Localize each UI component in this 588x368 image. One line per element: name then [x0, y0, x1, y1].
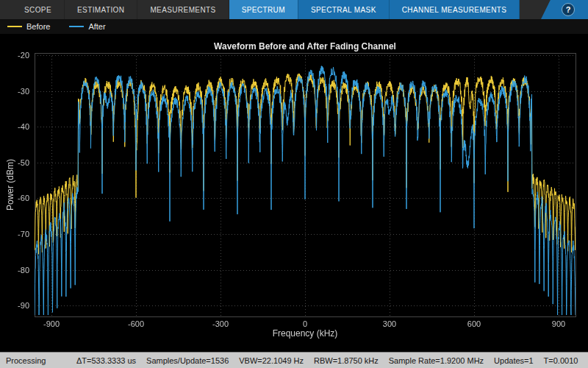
spectrum-plot-canvas[interactable]	[0, 35, 588, 352]
tab-estimation[interactable]: ESTIMATION	[65, 0, 137, 19]
toolstrip: SCOPEESTIMATIONMEASUREMENTSSPECTRUMSPECT…	[0, 0, 588, 19]
status-metric: RBW=1.8750 kHz	[314, 356, 379, 365]
tab-scope[interactable]: SCOPE	[12, 0, 65, 19]
legend-item-before[interactable]: Before	[7, 22, 50, 31]
toolstrip-end: ?	[541, 0, 588, 19]
status-state: Processing	[6, 356, 76, 365]
tab-measurements[interactable]: MEASUREMENTS	[137, 0, 229, 19]
plot-area: Waveform Before and After Fading Channel…	[0, 35, 588, 352]
status-metric: T=0.0010	[544, 356, 578, 365]
tab-spectrum[interactable]: SPECTRUM	[229, 0, 298, 19]
legend-item-after[interactable]: After	[69, 22, 105, 31]
status-metric: VBW=22.1049 Hz	[239, 356, 304, 365]
tab-spectral-mask[interactable]: SPECTRAL MASK	[298, 0, 390, 19]
status-bar: Processing ΔT=533.3333 usSamples/Update=…	[0, 352, 588, 368]
tab-channel-measurements[interactable]: CHANNEL MEASUREMENTS	[390, 0, 520, 19]
status-metric: Updates=1	[494, 356, 534, 365]
status-metrics: ΔT=533.3333 usSamples/Update=1536VBW=22.…	[76, 356, 578, 365]
legend-swatch-before	[7, 26, 22, 27]
help-button[interactable]: ?	[562, 3, 575, 16]
status-metric: ΔT=533.3333 us	[76, 356, 136, 365]
status-metric: Samples/Update=1536	[146, 356, 229, 365]
legend-label: Before	[26, 22, 50, 31]
toolstrip-tabs: SCOPEESTIMATIONMEASUREMENTSSPECTRUMSPECT…	[12, 0, 520, 19]
status-metric: Sample Rate=1.9200 MHz	[389, 356, 484, 365]
legend: BeforeAfter	[0, 19, 588, 35]
spectrum-analyzer-window: SCOPEESTIMATIONMEASUREMENTSSPECTRUMSPECT…	[0, 0, 588, 368]
legend-label: After	[88, 22, 105, 31]
legend-swatch-after	[69, 26, 84, 27]
